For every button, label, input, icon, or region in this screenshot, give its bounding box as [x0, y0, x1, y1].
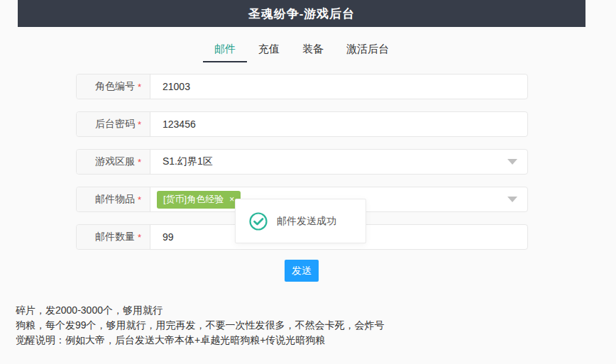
tab-activate-backend[interactable]: 激活后台	[335, 39, 400, 62]
game-server-selected-value: S1.幻界1区	[163, 155, 213, 168]
app-header: 圣魂纷争-游戏后台	[18, 0, 585, 27]
role-id-label-text: 角色编号	[95, 80, 135, 93]
field-row-game-server: 游戏区服 * S1.幻界1区	[76, 149, 528, 175]
chevron-down-icon[interactable]	[507, 159, 517, 165]
selected-item-tag-label: [货币]角色经验	[163, 193, 224, 206]
role-id-label: 角色编号 *	[77, 75, 150, 99]
required-asterisk: *	[138, 119, 141, 130]
selected-item-tag: [货币]角色经验 ×	[157, 191, 241, 209]
tab-equipment[interactable]: 装备	[291, 39, 335, 62]
mail-quantity-label-text: 邮件数量	[95, 231, 135, 243]
game-server-label: 游戏区服 *	[77, 150, 150, 174]
send-button[interactable]: 发送	[285, 260, 319, 282]
instructions: 碎片，发2000-3000个，够用就行 狗粮，每个发99个，够用就行，用完再发，…	[16, 303, 385, 348]
chevron-down-icon[interactable]	[507, 197, 517, 202]
required-asterisk: *	[138, 194, 141, 205]
mail-item-label: 邮件物品 *	[77, 187, 150, 211]
toast-message: 邮件发送成功	[277, 215, 336, 228]
role-id-input-wrap	[150, 75, 527, 99]
tab-recharge[interactable]: 充值	[247, 39, 291, 62]
game-server-select[interactable]: S1.幻界1区	[150, 150, 527, 174]
instruction-line: 狗粮，每个发99个，够用就行，用完再发，不要一次性发很多，不然会卡死，会炸号	[16, 318, 385, 333]
backend-password-input[interactable]	[163, 118, 491, 130]
mail-item-label-text: 邮件物品	[95, 193, 135, 206]
instruction-line: 觉醒说明：例如大帝，后台发送大帝本体+卓越光暗狗粮+传说光暗狗粮	[16, 333, 385, 348]
tag-remove-icon[interactable]: ×	[229, 195, 234, 204]
backend-password-label-text: 后台密码	[95, 118, 135, 131]
role-id-input[interactable]	[163, 81, 491, 92]
required-asterisk: *	[138, 232, 141, 243]
mail-quantity-label: 邮件数量 *	[77, 225, 150, 249]
required-asterisk: *	[138, 82, 141, 92]
toast-success: 邮件发送成功	[235, 199, 366, 243]
backend-password-input-wrap	[150, 112, 527, 136]
page: 圣魂纷争-游戏后台 邮件 充值 装备 激活后台 角色编号 * 后台密码 *	[0, 0, 616, 364]
instruction-line: 碎片，发2000-3000个，够用就行	[16, 303, 385, 318]
field-row-role-id: 角色编号 *	[76, 74, 528, 99]
backend-password-label: 后台密码 *	[77, 112, 150, 136]
required-asterisk: *	[138, 157, 141, 167]
check-circle-icon	[249, 212, 268, 231]
app-title: 圣魂纷争-游戏后台	[248, 6, 356, 22]
tab-bar: 邮件 充值 装备 激活后台	[18, 39, 585, 62]
game-server-label-text: 游戏区服	[95, 155, 135, 168]
field-row-backend-password: 后台密码 *	[76, 111, 528, 137]
tab-mail[interactable]: 邮件	[203, 39, 247, 62]
